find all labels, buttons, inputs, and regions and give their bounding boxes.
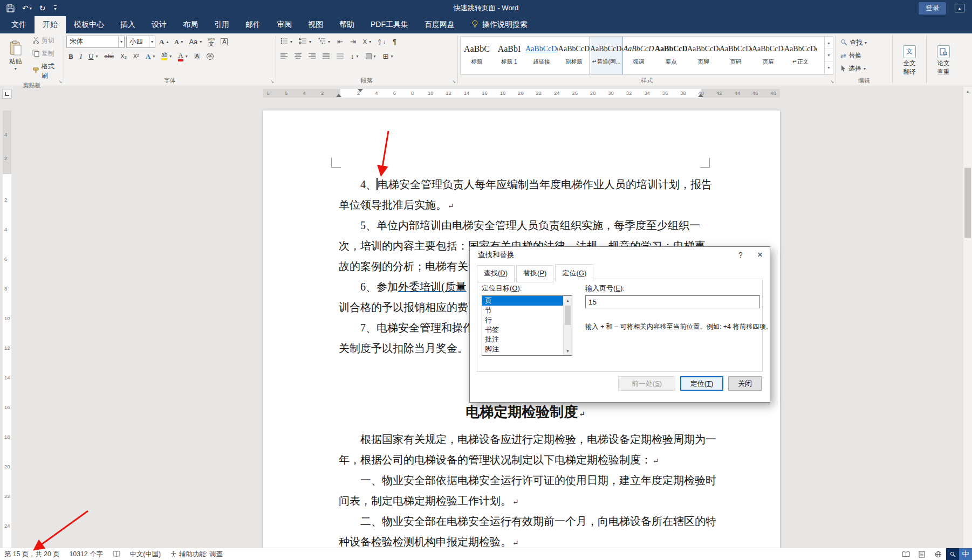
styles-scroll-down-icon[interactable]: ▾ xyxy=(825,49,833,61)
clipboard-dialog-launcher-icon[interactable]: ↘ xyxy=(58,80,62,84)
dialog-close-icon[interactable]: × xyxy=(750,247,770,263)
full-text-translate-button[interactable]: 文 全文 翻译 xyxy=(895,40,924,81)
character-border-button[interactable]: A xyxy=(218,37,230,46)
dialog-help-icon[interactable]: ? xyxy=(731,247,750,263)
goto-target-option[interactable]: 脚注 xyxy=(482,344,563,354)
ribbon-tab-模板中心[interactable]: 模板中心 xyxy=(66,16,112,33)
find-button[interactable]: 查找▾ xyxy=(838,37,890,49)
ime-indicator[interactable]: 中 xyxy=(959,548,972,560)
taskbar-search-icon[interactable] xyxy=(946,548,959,560)
ribbon-tab-布局[interactable]: 布局 xyxy=(175,16,206,33)
accessibility-status[interactable]: 辅助功能: 调查 xyxy=(170,550,223,559)
bullets-button[interactable]: ▾ xyxy=(278,37,295,47)
style-item[interactable]: AaBbCcDd页码 xyxy=(720,37,752,74)
ribbon-tab-百度网盘[interactable]: 百度网盘 xyxy=(416,16,463,33)
save-icon[interactable] xyxy=(6,4,15,12)
subscript-button[interactable]: X₂ xyxy=(118,52,129,60)
dialog-tab[interactable]: 替换(P) xyxy=(516,265,553,282)
paste-button[interactable]: 粘贴 ▾ xyxy=(2,35,29,76)
print-layout-icon[interactable] xyxy=(914,548,930,560)
listbox-scroll-thumb[interactable] xyxy=(565,306,571,325)
change-case-button[interactable]: Aa▾ xyxy=(187,37,204,46)
ribbon-display-options-icon[interactable]: ▴ xyxy=(955,4,964,12)
ribbon-tab-设计[interactable]: 设计 xyxy=(143,16,175,33)
sort-button[interactable]: AZ↓ xyxy=(376,37,388,47)
previous-button[interactable]: 前一处(S) xyxy=(618,376,675,391)
select-button[interactable]: 选择▾ xyxy=(838,63,890,74)
align-center-button[interactable] xyxy=(292,52,304,61)
scroll-up-icon[interactable]: ▴ xyxy=(963,87,972,95)
show-marks-button[interactable]: ¶ xyxy=(391,37,399,46)
page-number-input[interactable] xyxy=(585,295,760,308)
phonetic-guide-button[interactable]: wén文 xyxy=(206,36,217,48)
style-item[interactable]: AaBbCcD强调 xyxy=(622,37,655,74)
style-item[interactable]: AaBbCcDd页脚 xyxy=(687,37,720,74)
paper-check-button[interactable]: 论文 查重 xyxy=(929,40,958,81)
login-button[interactable]: 登录 xyxy=(919,2,946,15)
redo-icon[interactable]: ↻ xyxy=(39,4,46,12)
style-item[interactable]: AaBbCcDc↵正文 xyxy=(784,37,817,74)
web-layout-icon[interactable] xyxy=(930,548,946,560)
style-item[interactable]: AaBbCcD要点 xyxy=(655,37,687,74)
goto-target-option[interactable]: 批注 xyxy=(482,335,563,344)
justify-button[interactable] xyxy=(320,52,332,61)
strikethrough-button[interactable]: abc xyxy=(102,52,116,60)
font-size-combo[interactable]: 小四▾ xyxy=(126,36,155,48)
font-dialog-launcher-icon[interactable]: ↘ xyxy=(270,80,274,84)
bold-button[interactable]: B xyxy=(66,52,76,61)
shading-button[interactable]: ▾ xyxy=(364,52,378,60)
style-item[interactable]: AaBbCcD副标题 xyxy=(558,37,590,74)
vertical-ruler[interactable]: 422468101214161820222426 xyxy=(2,100,12,548)
goto-target-option[interactable]: 行 xyxy=(482,315,563,325)
goto-target-listbox[interactable]: 页节行书签批注脚注 ▴ ▾ xyxy=(482,295,572,356)
distribute-button[interactable] xyxy=(334,52,346,61)
read-mode-icon[interactable] xyxy=(898,548,914,560)
style-item[interactable]: AaBbC标题 xyxy=(461,37,493,74)
superscript-button[interactable]: X² xyxy=(131,52,141,60)
ribbon-tab-文件[interactable]: 文件 xyxy=(3,16,35,33)
ribbon-tab-邮件[interactable]: 邮件 xyxy=(237,16,269,33)
style-item[interactable]: AaBbI标题 1 xyxy=(493,37,525,74)
copy-button[interactable]: 复制 xyxy=(30,48,61,59)
style-item[interactable]: AaBbCcDc超链接 xyxy=(525,37,558,74)
goto-target-option[interactable]: 书签 xyxy=(482,325,563,335)
style-item[interactable]: AaBbCcDd页眉 xyxy=(752,37,784,74)
undo-caret-icon[interactable]: ▾ xyxy=(30,6,32,11)
listbox-scroll-down-icon[interactable]: ▾ xyxy=(564,347,572,355)
styles-gallery-scrollbar[interactable]: ▴ ▾ ▾ xyxy=(824,37,833,74)
shrink-font-button[interactable]: A▾ xyxy=(172,38,185,46)
multilevel-list-button[interactable]: ▾ xyxy=(316,37,332,47)
proofing-icon[interactable] xyxy=(113,551,120,557)
format-painter-button[interactable]: 格式刷 xyxy=(30,61,61,81)
listbox-scroll-up-icon[interactable]: ▴ xyxy=(564,296,572,305)
replace-button[interactable]: ⇄ 替换 xyxy=(838,50,890,61)
ribbon-tab-视图[interactable]: 视图 xyxy=(300,16,331,33)
dialog-tab[interactable]: 查找(D) xyxy=(477,265,515,282)
word-count[interactable]: 10312 个字 xyxy=(70,550,103,559)
ribbon-tab-插入[interactable]: 插入 xyxy=(112,16,143,33)
ribbon-tab-帮助[interactable]: 帮助 xyxy=(331,16,362,33)
dialog-tab[interactable]: 定位(G) xyxy=(555,264,593,281)
highlight-color-button[interactable]: ab▾ xyxy=(159,51,174,61)
numbering-button[interactable]: ▾ xyxy=(297,37,313,47)
ribbon-tab-引用[interactable]: 引用 xyxy=(206,16,237,33)
italic-button[interactable]: I xyxy=(78,52,84,61)
customize-qat-icon[interactable]: ▾ xyxy=(53,4,56,12)
align-left-button[interactable] xyxy=(278,52,290,61)
hanging-indent-marker[interactable] xyxy=(336,94,341,97)
paragraph-dialog-launcher-icon[interactable]: ↘ xyxy=(452,80,456,84)
cut-button[interactable]: 剪切 xyxy=(30,35,61,46)
underline-button[interactable]: U▾ xyxy=(86,52,100,61)
grow-font-button[interactable]: A▴ xyxy=(157,37,170,46)
undo-icon[interactable]: ↶▾ xyxy=(22,4,32,12)
vertical-scrollbar[interactable]: ▴ xyxy=(963,87,972,548)
align-right-button[interactable] xyxy=(306,52,318,61)
listbox-scrollbar[interactable]: ▴ ▾ xyxy=(563,296,572,355)
ribbon-tab-审阅[interactable]: 审阅 xyxy=(269,16,300,33)
scroll-thumb[interactable] xyxy=(964,168,971,238)
ribbon-tab-开始[interactable]: 开始 xyxy=(35,16,66,33)
goto-target-option[interactable]: 节 xyxy=(482,306,563,315)
tab-selector[interactable] xyxy=(2,89,12,99)
close-button[interactable]: 关闭 xyxy=(728,376,762,391)
horizontal-ruler[interactable]: 8642246810121416182022242628303234363840… xyxy=(0,88,962,99)
